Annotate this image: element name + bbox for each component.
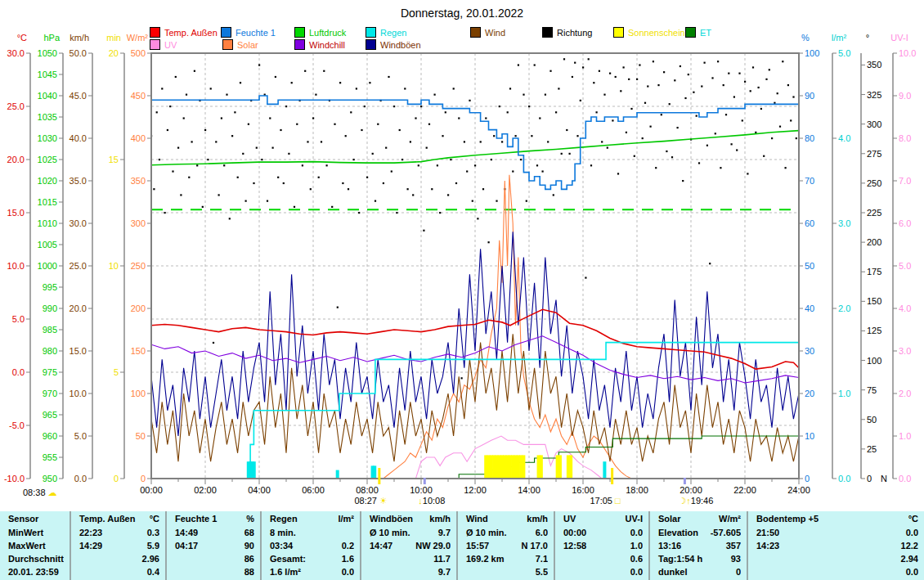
legend-label: Solar (237, 40, 258, 50)
table-value-cell: 14:47NW 29.0 (368, 541, 451, 551)
tick-label: 1040 (38, 91, 57, 101)
tick-label: 15 (109, 155, 119, 164)
value-time: 22:23 (78, 528, 102, 537)
x-tick-label: 02:00 (194, 485, 217, 495)
table-column-temp-au-en: Temp. Außen°C22:230.314:295.92.960.4 (70, 511, 165, 580)
table-row-label: MaxWert (7, 541, 64, 551)
table-value-cell: 0.6 (562, 554, 643, 564)
tick-label: 175 (867, 267, 881, 277)
tick-label: 70 (805, 176, 814, 186)
value: 0.4 (147, 567, 159, 577)
legend-label: Wind (485, 28, 505, 38)
table-header-cell: Windkm/h (464, 514, 548, 524)
axis-unit-label: km/h (70, 33, 89, 43)
value: 1.6 (342, 554, 354, 564)
table-value-cell: 04:1790 (173, 541, 254, 551)
tick-label: 2.0 (838, 303, 850, 313)
tick-label: 955 (43, 452, 57, 462)
value-time (562, 567, 563, 577)
table-column-wind: Windkm/hØ 10 min.6.015:57N 17.0169.2 km7… (456, 511, 554, 580)
legend-swatch (542, 27, 553, 38)
table-header-cell: Feuchte 1% (173, 514, 254, 524)
sensor-stats-table: SensorMinWertMaxWertDurchschnitt20.01. 2… (0, 511, 924, 580)
tick-label: 5 (114, 367, 119, 377)
tick-label: 975 (43, 367, 57, 377)
tick-label: 15.0 (7, 208, 25, 218)
axis-unit-label: UV-I (890, 33, 908, 43)
tick-label: 40.0 (70, 133, 87, 143)
tick-label: 1035 (38, 112, 57, 122)
tick-label: 970 (43, 389, 57, 398)
value: 2.96 (142, 554, 159, 564)
value: 9.7 (438, 528, 451, 537)
value: 0.6 (630, 554, 643, 564)
value-time (755, 554, 756, 564)
legend-label: Luftdruck (309, 28, 346, 38)
tick-label: 2.0 (899, 389, 911, 398)
x-tick-label: 16:00 (572, 485, 594, 495)
table-value-cell: 0.4 (78, 567, 159, 577)
tick-label: 1030 (38, 133, 57, 143)
value-time: 13:16 (657, 541, 681, 551)
sensor-unit: km/h (527, 514, 548, 524)
sensor-name: Feuchte 1 (173, 514, 217, 524)
tick-label: 50.0 (70, 48, 87, 58)
annotation-time: 19:46 (691, 496, 714, 506)
annotation-moonrise: ☽↑19:46 (678, 496, 713, 506)
legend-swatch (366, 39, 376, 50)
tick-label: 20.0 (7, 155, 25, 164)
tick-label: 4.0 (899, 303, 911, 313)
legend-swatch (470, 27, 481, 38)
value: 90 (244, 541, 254, 551)
sensor-unit: km/h (429, 514, 451, 524)
tick-label: 100 (131, 389, 146, 398)
legend-label: ET (700, 28, 711, 38)
legend-item-windchill: Windchill (294, 39, 345, 50)
tick-label: 0 (141, 474, 146, 483)
value: 0.2 (342, 541, 354, 551)
tick-label: 400 (131, 133, 146, 143)
value-time: 14:29 (78, 541, 102, 551)
annotation-moonset: ↓10:08 (418, 496, 445, 506)
legend-swatch (685, 27, 696, 38)
tick-label: 3.0 (899, 346, 911, 356)
legend-label: Temp. Außen (164, 28, 218, 38)
x-tick-label: 18:00 (626, 485, 648, 495)
value: 11.7 (433, 554, 451, 564)
tick-label: 80 (805, 133, 814, 143)
legend-item-feuchte-1: Feuchte 1 (221, 27, 276, 38)
tick-label: 5.0 (74, 431, 87, 441)
north-label: N (881, 474, 887, 483)
series-sonnenschein (484, 455, 572, 479)
table-value-cell: dunkel0 (657, 567, 741, 577)
tick-label: 100 (867, 356, 881, 366)
tick-label: 30 (805, 346, 814, 356)
value: 1.0 (630, 541, 643, 551)
axis-hpa: hPa1050104510401035103010251020101510101… (38, 33, 63, 483)
table-value-cell: 11.7 (368, 554, 451, 564)
legend-label: UV (164, 40, 177, 50)
legend-item-windb-en: Windböen (366, 39, 421, 50)
tick-label: 90 (805, 91, 814, 101)
axis-wm2: W/m²500450400350300250200150100500 (127, 33, 151, 483)
table-value-cell: 5.5 (464, 567, 548, 577)
value-time: Elevation (657, 528, 698, 537)
tick-label: 25.0 (70, 261, 87, 271)
time-marker-bottom-left: 08:38 ☁ (23, 488, 57, 498)
annotation-time: 10:08 (423, 496, 446, 506)
value-time: 1.6 l/m² (268, 567, 301, 577)
legend-item-sonnenschein: Sonnenschein (613, 27, 685, 38)
tick-label: 965 (43, 410, 57, 420)
table-value-cell: 0.0 (562, 567, 643, 577)
series-regen-rate (247, 461, 607, 479)
legend-item-uv: UV (150, 39, 177, 50)
legend-label: Regen (380, 28, 406, 38)
tick-label: 100 (805, 48, 819, 58)
tick-label: 0.0 (899, 474, 911, 483)
tick-label: 225 (867, 208, 881, 218)
axis-temp: °C30.025.020.015.010.05.00.0-5.0-10.0 (4, 33, 30, 483)
x-tick-label: 06:00 (302, 485, 325, 495)
tick-label: 275 (867, 149, 881, 159)
tick-label: 980 (43, 346, 57, 356)
tick-label: 0 (867, 474, 872, 483)
